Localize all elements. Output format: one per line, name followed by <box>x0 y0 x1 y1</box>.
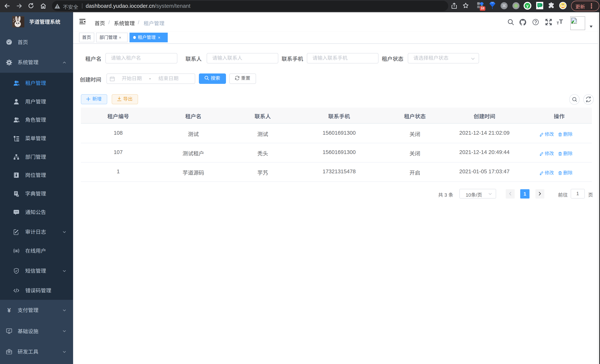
svg-text:y: y <box>526 3 529 8</box>
svg-text:⌘: ⌘ <box>502 3 506 8</box>
svg-text:¥: ¥ <box>7 307 11 313</box>
